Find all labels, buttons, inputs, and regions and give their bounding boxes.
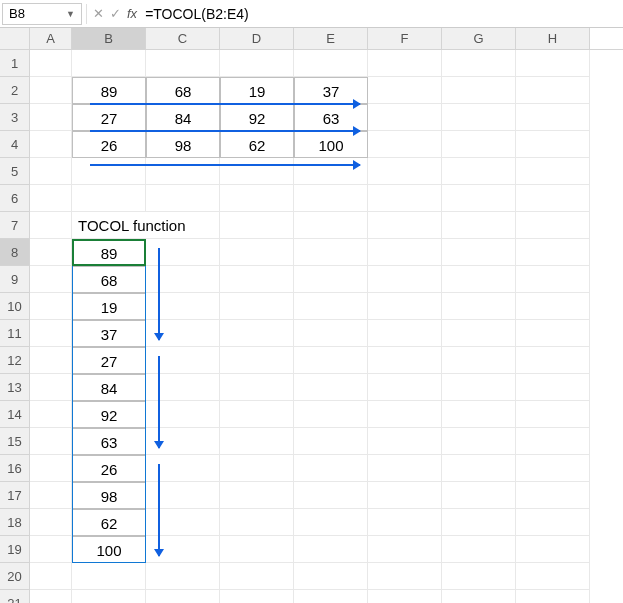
cell-D3[interactable]: 92 (220, 104, 294, 131)
row-header[interactable]: 4 (0, 131, 30, 158)
cell-B4[interactable]: 26 (72, 131, 146, 158)
row-header[interactable]: 12 (0, 347, 30, 374)
cell-B15[interactable]: 63 (72, 428, 146, 455)
row-header[interactable]: 16 (0, 455, 30, 482)
col-header-D[interactable]: D (220, 28, 294, 49)
row-header[interactable]: 15 (0, 428, 30, 455)
row-header[interactable]: 13 (0, 374, 30, 401)
separator (86, 4, 87, 24)
row-header[interactable]: 17 (0, 482, 30, 509)
row-header[interactable]: 21 (0, 590, 30, 603)
formula-bar: B8 ▼ ✕ ✓ fx =TOCOL(B2:E4) (0, 0, 623, 28)
cell-B9[interactable]: 68 (72, 266, 146, 293)
cell-B13[interactable]: 84 (72, 374, 146, 401)
col-header-G[interactable]: G (442, 28, 516, 49)
formula-buttons: ✕ ✓ fx (91, 6, 139, 21)
row-header[interactable]: 2 (0, 77, 30, 104)
row-header[interactable]: 19 (0, 536, 30, 563)
column-headers: A B C D E F G H (0, 28, 623, 50)
cell-D4[interactable]: 62 (220, 131, 294, 158)
row-header[interactable]: 5 (0, 158, 30, 185)
cell-C2[interactable]: 68 (146, 77, 220, 104)
cell-B2[interactable]: 89 (72, 77, 146, 104)
cell-B14[interactable]: 92 (72, 401, 146, 428)
cell-B10[interactable]: 19 (72, 293, 146, 320)
cell-E2[interactable]: 37 (294, 77, 368, 104)
accept-icon[interactable]: ✓ (110, 6, 121, 21)
row-header[interactable]: 10 (0, 293, 30, 320)
cancel-icon[interactable]: ✕ (93, 6, 104, 21)
formula-input[interactable]: =TOCOL(B2:E4) (139, 6, 621, 22)
name-box[interactable]: B8 ▼ (2, 3, 82, 25)
row-header[interactable]: 3 (0, 104, 30, 131)
row-header[interactable]: 6 (0, 185, 30, 212)
cell-C3[interactable]: 84 (146, 104, 220, 131)
cell-B16[interactable]: 26 (72, 455, 146, 482)
cell-E4[interactable]: 100 (294, 131, 368, 158)
col-header-C[interactable]: C (146, 28, 220, 49)
spreadsheet-grid: A B C D E F G H 1 2 3 4 5 6 7 8 9 10 11 … (0, 28, 623, 603)
col-header-B[interactable]: B (72, 28, 146, 49)
cell-B17[interactable]: 98 (72, 482, 146, 509)
row-header[interactable]: 8 (0, 239, 30, 266)
active-cell-ref: B8 (9, 6, 25, 21)
col-header-H[interactable]: H (516, 28, 590, 49)
col-header-A[interactable]: A (30, 28, 72, 49)
row-header[interactable]: 1 (0, 50, 30, 77)
row-header[interactable]: 20 (0, 563, 30, 590)
fx-icon[interactable]: fx (127, 6, 137, 21)
cell-B11[interactable]: 37 (72, 320, 146, 347)
cell-B18[interactable]: 62 (72, 509, 146, 536)
row-header[interactable]: 14 (0, 401, 30, 428)
row-header[interactable]: 18 (0, 509, 30, 536)
cell-C4[interactable]: 98 (146, 131, 220, 158)
chevron-down-icon[interactable]: ▼ (66, 9, 75, 19)
cells-area[interactable]: 89 68 19 37 27 84 92 63 26 98 62 1 (30, 50, 590, 603)
col-header-F[interactable]: F (368, 28, 442, 49)
cell-E3[interactable]: 63 (294, 104, 368, 131)
row-header[interactable]: 11 (0, 320, 30, 347)
cell-D2[interactable]: 19 (220, 77, 294, 104)
row-headers: 1 2 3 4 5 6 7 8 9 10 11 12 13 14 15 16 1… (0, 50, 30, 603)
select-all-corner[interactable] (0, 28, 30, 49)
cell-B8[interactable]: 89 (72, 239, 146, 266)
cell-B3[interactable]: 27 (72, 104, 146, 131)
col-header-E[interactable]: E (294, 28, 368, 49)
heading-label[interactable]: TOCOL function (72, 212, 146, 239)
row-header[interactable]: 7 (0, 212, 30, 239)
cell-B12[interactable]: 27 (72, 347, 146, 374)
cell-B19[interactable]: 100 (72, 536, 146, 563)
row-header[interactable]: 9 (0, 266, 30, 293)
